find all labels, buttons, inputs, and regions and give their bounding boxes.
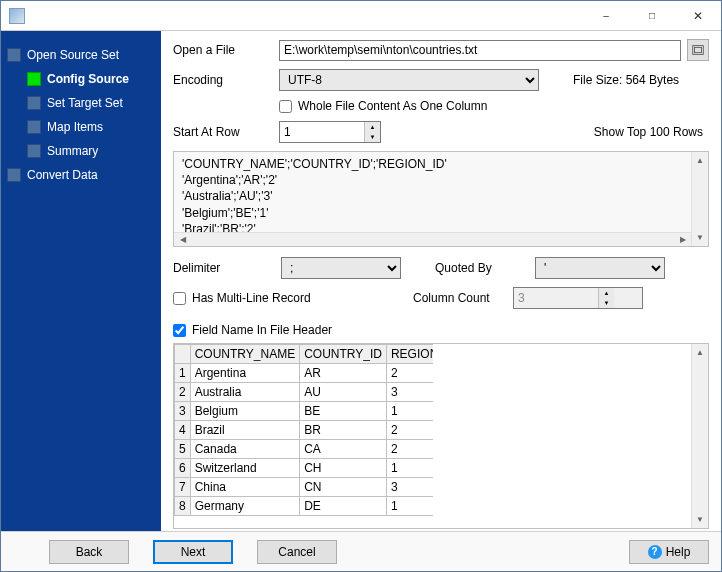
grid-cell[interactable]: 2 [386,440,432,459]
scroll-down-button[interactable]: ▼ [692,229,708,246]
whole-file-checkbox-input[interactable] [279,100,292,113]
row-number: 3 [175,402,191,421]
sidebar-item-config-source[interactable]: Config Source [5,67,157,91]
sidebar-item-label: Set Target Set [47,96,123,110]
grid-cell[interactable]: Argentina [190,364,299,383]
multi-line-checkbox-input[interactable] [173,292,186,305]
grid-cell[interactable]: 1 [386,402,432,421]
table-row[interactable]: 8GermanyDE1 [175,497,433,516]
grid-cell[interactable]: CH [300,459,387,478]
grid-cell[interactable]: Canada [190,440,299,459]
table-row[interactable]: 3BelgiumBE1 [175,402,433,421]
grid-cell[interactable]: Belgium [190,402,299,421]
table-row[interactable]: 4BrazilBR2 [175,421,433,440]
encoding-label: Encoding [173,73,273,87]
grid-cell[interactable]: Germany [190,497,299,516]
sidebar-item-open-source-set[interactable]: Open Source Set [5,43,157,67]
whole-file-checkbox-label: Whole File Content As One Column [298,99,487,113]
grid-cell[interactable]: BE [300,402,387,421]
grid-cell[interactable]: 2 [386,421,432,440]
sidebar-item-label: Summary [47,144,98,158]
encoding-select[interactable]: UTF-8 [279,69,539,91]
start-row-spinner[interactable]: ▲ ▼ [279,121,381,143]
sidebar-item-summary[interactable]: Summary [5,139,157,163]
grid-cell[interactable]: Australia [190,383,299,402]
delimiter-select[interactable]: ; [281,257,401,279]
sidebar-item-label: Convert Data [27,168,98,182]
sidebar-item-map-items[interactable]: Map Items [5,115,157,139]
grid-vertical-scrollbar[interactable]: ▲ ▼ [691,344,708,528]
grid-cell[interactable]: CA [300,440,387,459]
file-path-input[interactable] [279,40,681,61]
scroll-left-button[interactable]: ◀ [174,233,191,246]
row-number: 6 [175,459,191,478]
back-button[interactable]: Back [49,540,129,564]
field-header-checkbox-label: Field Name In File Header [192,323,332,337]
maximize-button[interactable]: □ [629,1,675,31]
multi-line-checkbox[interactable]: Has Multi-Line Record [173,291,405,305]
next-button[interactable]: Next [153,540,233,564]
help-button[interactable]: ? Help [629,540,709,564]
grid-cell[interactable]: AR [300,364,387,383]
step-box-icon [27,144,41,158]
column-count-label: Column Count [413,291,505,305]
field-header-checkbox-input[interactable] [173,324,186,337]
open-file-label: Open a File [173,43,273,57]
grid-cell[interactable]: BR [300,421,387,440]
field-header-checkbox[interactable]: Field Name In File Header [173,323,332,337]
minimize-button[interactable]: – [583,1,629,31]
spin-up-button[interactable]: ▲ [599,288,614,298]
row-number: 8 [175,497,191,516]
grid-cell[interactable]: 1 [386,459,432,478]
wizard-sidebar: Open Source Set Config Source Set Target… [1,31,161,531]
grid-cell[interactable]: Brazil [190,421,299,440]
table-row[interactable]: 7ChinaCN3 [175,478,433,497]
whole-file-checkbox[interactable]: Whole File Content As One Column [279,99,487,113]
sidebar-item-label: Config Source [47,72,129,86]
table-row[interactable]: 2AustraliaAU3 [175,383,433,402]
scroll-up-button[interactable]: ▲ [692,152,708,169]
column-count-input [514,288,598,308]
column-count-spinner[interactable]: ▲ ▼ [513,287,643,309]
grid-header-region-id[interactable]: REGION_ID [386,345,432,364]
titlebar: – □ ✕ [1,1,721,31]
step-box-icon [27,72,41,86]
table-row[interactable]: 1ArgentinaAR2 [175,364,433,383]
preview-vertical-scrollbar[interactable]: ▲ ▼ [691,152,708,246]
table-row[interactable]: 5CanadaCA2 [175,440,433,459]
help-icon: ? [648,545,662,559]
table-row[interactable]: 6SwitzerlandCH1 [175,459,433,478]
grid-header-country-name[interactable]: COUNTRY_NAME [190,345,299,364]
grid-corner [175,345,191,364]
spin-down-button[interactable]: ▼ [365,132,380,142]
grid-cell[interactable]: DE [300,497,387,516]
preview-horizontal-scrollbar[interactable]: ◀ ▶ [174,232,691,246]
close-button[interactable]: ✕ [675,1,721,31]
grid-cell[interactable]: 3 [386,478,432,497]
scroll-down-button[interactable]: ▼ [692,511,708,528]
grid-cell[interactable]: China [190,478,299,497]
sidebar-item-set-target-set[interactable]: Set Target Set [5,91,157,115]
quoted-by-select[interactable]: ' [535,257,665,279]
sidebar-item-convert-data[interactable]: Convert Data [5,163,157,187]
grid-cell[interactable]: 2 [386,364,432,383]
multi-line-checkbox-label: Has Multi-Line Record [192,291,311,305]
grid-cell[interactable]: AU [300,383,387,402]
grid-cell[interactable]: CN [300,478,387,497]
grid-cell[interactable]: 1 [386,497,432,516]
start-row-input[interactable] [280,122,364,142]
grid-cell[interactable]: 3 [386,383,432,402]
row-number: 2 [175,383,191,402]
app-icon [9,8,25,24]
grid-cell[interactable]: Switzerland [190,459,299,478]
spin-up-button[interactable]: ▲ [365,122,380,132]
cancel-button[interactable]: Cancel [257,540,337,564]
scroll-right-button[interactable]: ▶ [674,233,691,246]
data-grid: COUNTRY_NAME COUNTRY_ID REGION_ID 1Argen… [173,343,709,529]
grid-header-country-id[interactable]: COUNTRY_ID [300,345,387,364]
row-number: 5 [175,440,191,459]
browse-file-button[interactable] [687,39,709,61]
show-top-rows-label: Show Top 100 Rows [594,125,703,139]
spin-down-button[interactable]: ▼ [599,298,614,308]
scroll-up-button[interactable]: ▲ [692,344,708,361]
